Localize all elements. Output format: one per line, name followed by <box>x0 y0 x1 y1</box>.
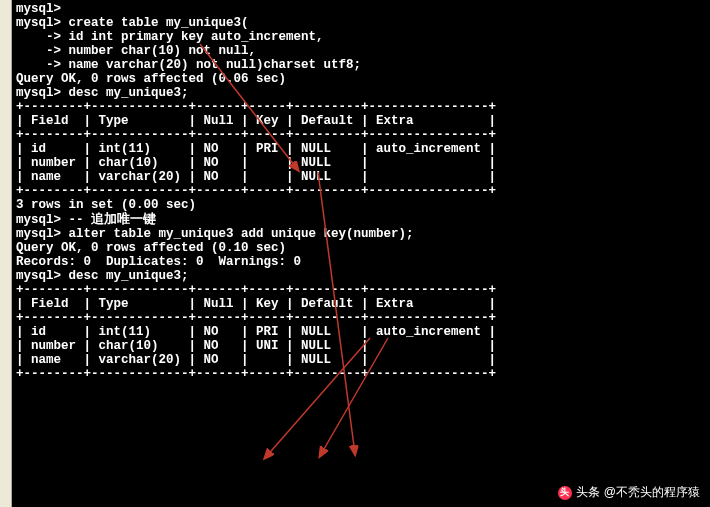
terminal-output: mysql> mysql> create table my_unique3( -… <box>14 0 710 381</box>
watermark-logo-icon: 头 <box>558 486 572 500</box>
terminal-line: mysql> create table my_unique3( <box>16 16 710 30</box>
terminal-line: mysql> desc my_unique3; <box>16 86 710 100</box>
table-border: +--------+-------------+------+-----+---… <box>16 311 710 325</box>
terminal-line: 3 rows in set (0.00 sec) <box>16 198 710 212</box>
table-row: | number | char(10) | NO | | NULL | | <box>16 156 710 170</box>
table-row: | id | int(11) | NO | PRI | NULL | auto_… <box>16 325 710 339</box>
table-border: +--------+-------------+------+-----+---… <box>16 283 710 297</box>
terminal-line: mysql> alter table my_unique3 add unique… <box>16 227 710 241</box>
window-left-border <box>0 0 12 507</box>
table-header: | Field | Type | Null | Key | Default | … <box>16 114 710 128</box>
terminal-line: mysql> desc my_unique3; <box>16 269 710 283</box>
table-row: | name | varchar(20) | NO | | NULL | | <box>16 170 710 184</box>
table-border: +--------+-------------+------+-----+---… <box>16 128 710 142</box>
table-border: +--------+-------------+------+-----+---… <box>16 184 710 198</box>
terminal-line: mysql> <box>16 2 710 16</box>
table-header: | Field | Type | Null | Key | Default | … <box>16 297 710 311</box>
terminal-line-comment: mysql> -- 追加唯一键 <box>16 212 710 227</box>
terminal-line: -> id int primary key auto_increment, <box>16 30 710 44</box>
terminal-line: Query OK, 0 rows affected (0.06 sec) <box>16 72 710 86</box>
terminal-line: Records: 0 Duplicates: 0 Warnings: 0 <box>16 255 710 269</box>
table-border: +--------+-------------+------+-----+---… <box>16 100 710 114</box>
table-row: | id | int(11) | NO | PRI | NULL | auto_… <box>16 142 710 156</box>
terminal-line: -> name varchar(20) not null)charset utf… <box>16 58 710 72</box>
terminal-line: -> number char(10) not null, <box>16 44 710 58</box>
watermark-author: @不秃头的程序猿 <box>604 484 700 501</box>
table-row: | number | char(10) | NO | UNI | NULL | … <box>16 339 710 353</box>
watermark: 头 头条 @不秃头的程序猿 <box>558 484 700 501</box>
table-border: +--------+-------------+------+-----+---… <box>16 367 710 381</box>
table-row: | name | varchar(20) | NO | | NULL | | <box>16 353 710 367</box>
watermark-prefix: 头条 <box>576 484 600 501</box>
terminal-line: Query OK, 0 rows affected (0.10 sec) <box>16 241 710 255</box>
